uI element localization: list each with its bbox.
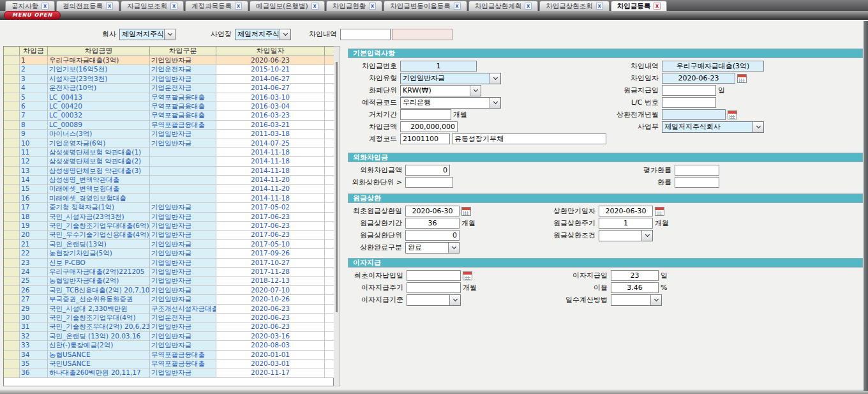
cell-loan-code[interactable]: 34 (20, 351, 48, 360)
fx-amount-field[interactable]: 0 (405, 165, 450, 176)
loan-type-select[interactable]: 기업일반자금 (400, 73, 501, 84)
cell-loan-date[interactable]: 2017-05-10 (216, 240, 325, 249)
cell-loan-name[interactable]: 신보 P-CBO (48, 259, 150, 268)
row-indicator-cell[interactable] (4, 148, 20, 157)
cell-loan-date[interactable]: 2020-06-23 (216, 314, 325, 322)
cell-loan-name[interactable]: 국민_우수기술기업신용대출(4억) (48, 231, 150, 239)
tab[interactable]: 결의전표등록 x (56, 1, 119, 11)
tab-close-icon[interactable]: x (235, 3, 242, 10)
cell-loan-name[interactable]: LC_00089 (48, 121, 150, 130)
cell-loan-name[interactable]: 우리구매자금대출(2억)221205 (48, 268, 150, 277)
row-indicator-cell[interactable] (4, 286, 20, 295)
table-row[interactable]: 10 기업운영자금(6억) 기업일반자금 2014-07-25 (4, 139, 333, 148)
cell-loan-date[interactable]: 2020-08-03 (216, 341, 325, 350)
company-select[interactable]: 제일저지주식회사 (119, 29, 176, 40)
cell-loan-name[interactable]: 기업운영자금(6억) (48, 139, 150, 148)
cell-loan-code[interactable]: 27 (20, 295, 48, 304)
cell-loan-date[interactable]: 2020-06-23 (216, 305, 325, 314)
cell-loan-code[interactable]: 14 (20, 176, 48, 185)
currency-select[interactable]: KRW(₩) (400, 85, 481, 96)
cell-loan-code[interactable]: 5 (20, 93, 48, 102)
deposit-code-select[interactable]: 우리은행 (400, 97, 501, 109)
row-indicator-cell[interactable] (4, 93, 20, 102)
table-scrollbar-thumb[interactable] (336, 62, 338, 312)
row-indicator-cell[interactable] (4, 314, 20, 322)
tab-close-icon[interactable]: x (454, 3, 461, 10)
cell-loan-class[interactable]: 기업일반자금 (150, 130, 216, 139)
exchange-rate-field[interactable] (675, 177, 719, 188)
table-row[interactable]: 21 국민_온랜딩(13억) 기업일반자금 2017-05-10 (4, 240, 333, 249)
cell-loan-class[interactable]: 기업일반자금 (150, 222, 216, 231)
grace-period-field[interactable] (400, 109, 451, 120)
cell-loan-code[interactable]: 29 (20, 305, 48, 314)
cell-loan-code[interactable]: 9 (20, 130, 48, 139)
cell-loan-class[interactable]: 무역포괄금융대출 (150, 102, 216, 111)
cell-loan-code[interactable]: 18 (20, 213, 48, 222)
cell-loan-name[interactable]: 국민_시설대 2,330백만원 (48, 305, 150, 314)
chevron-down-icon[interactable] (490, 98, 500, 108)
cell-loan-class[interactable]: 기업일반자금 (150, 259, 216, 268)
eval-rate-field[interactable] (675, 165, 719, 176)
cell-loan-class[interactable]: 기업일반자금 (150, 368, 216, 377)
table-row[interactable]: 24 우리구매자금대출(2억)221205 기업일반자금 2017-11-28 (4, 268, 333, 277)
row-indicator-cell[interactable] (4, 351, 20, 360)
loan-detail-input-secondary[interactable] (392, 29, 453, 40)
table-row[interactable]: 1 우리구매자금대출(3억) 기업일반자금 2020-06-23 (4, 56, 333, 65)
cell-loan-class[interactable]: 기업일반자금 (150, 249, 216, 258)
row-indicator-cell[interactable] (4, 268, 20, 277)
repay-period-field[interactable]: 36 (405, 218, 460, 229)
tab[interactable]: 차입금상환조회 x (539, 1, 610, 11)
row-indicator-cell[interactable] (4, 176, 20, 185)
cell-loan-code[interactable]: 26 (20, 286, 48, 295)
cell-loan-date[interactable]: 2017-06-23 (216, 213, 325, 222)
cell-loan-date[interactable]: 2014-11-18 (216, 157, 325, 166)
interest-day-field[interactable]: 23 (611, 270, 659, 281)
cell-loan-name[interactable]: 미래에셋_경영인보험대출 (48, 194, 150, 203)
cell-loan-code[interactable]: 15 (20, 185, 48, 193)
interest-cycle-field[interactable] (407, 282, 461, 293)
cell-loan-code[interactable]: 22 (20, 249, 48, 258)
cell-loan-date[interactable]: 2020-03-16 (216, 332, 325, 341)
repay-condition-select[interactable] (599, 230, 653, 241)
tab[interactable]: 차입금상환계획 x (468, 1, 539, 11)
table-row[interactable]: 29 국민_시설대 2,330백만원 구조개선시설자금대출 2020-06-23 (4, 305, 333, 314)
cell-loan-date[interactable]: 2014-07-25 (216, 139, 325, 148)
tab-close-icon[interactable]: x (525, 3, 532, 10)
cell-loan-name[interactable]: LC_00413 (48, 93, 150, 102)
cell-loan-code[interactable]: 21 (20, 240, 48, 249)
cell-loan-code[interactable]: 36 (20, 368, 48, 377)
cell-loan-code[interactable]: 31 (20, 322, 48, 331)
cell-loan-date[interactable]: 2015-10-21 (216, 65, 325, 74)
cell-loan-date[interactable]: 2014-11-18 (216, 167, 325, 176)
cell-loan-name[interactable]: 시설자금(23억3천) (48, 75, 150, 84)
cell-loan-code[interactable]: 13 (20, 167, 48, 176)
row-indicator-cell[interactable] (4, 222, 20, 231)
row-indicator-cell[interactable] (4, 295, 20, 304)
cell-loan-name[interactable]: 국민_기술창조기업우대대출(6억) (48, 222, 150, 231)
cell-loan-name[interactable]: 국민_온랜딩 (13억) 20.03.16 (48, 332, 150, 341)
cell-loan-class[interactable]: 무역포괄금융대출 (150, 351, 216, 360)
cell-loan-class[interactable]: 기업일반자금 (150, 139, 216, 148)
table-row[interactable]: 18 국민_시설자금(23억3천) 기업일반자금 2017-06-23 (4, 213, 333, 222)
row-indicator-cell[interactable] (4, 139, 20, 148)
cell-loan-class[interactable] (150, 176, 216, 185)
cell-loan-date[interactable]: 2020-10-26 (216, 295, 325, 304)
repay-done-select[interactable]: 완료 (405, 242, 460, 254)
cell-loan-code[interactable]: 24 (20, 268, 48, 277)
table-row[interactable]: 35 국민USANCE 무역포괄금융대출 2020-03-01 (4, 360, 333, 368)
cell-loan-code[interactable]: 16 (20, 194, 48, 203)
table-row[interactable]: 33 신한(-)통장예금(2억) 기업일반자금 2020-08-03 (4, 341, 333, 350)
cell-loan-code[interactable]: 4 (20, 84, 48, 93)
table-row[interactable]: 30 국민_기술창조기업우대(4억) 기업운전자금 2020-06-23 (4, 314, 333, 322)
table-row[interactable]: 13 삼성생명단체보험 약관대출(3) 2014-11-18 (4, 167, 333, 176)
table-row[interactable]: 14 삼성생명_변액약관대출 2014-11-20 (4, 176, 333, 185)
cell-loan-name[interactable]: 부국증권_선순위유동화증권 (48, 295, 150, 304)
tab[interactable]: 공지사항 x (5, 1, 55, 11)
cell-loan-code[interactable]: 10 (20, 139, 48, 148)
tab-close-icon[interactable]: x (170, 3, 177, 10)
cell-loan-class[interactable]: 기업운전자금 (150, 314, 216, 322)
chevron-down-icon[interactable] (641, 231, 652, 241)
table-row[interactable]: 25 농협일반자금대출(2억) 기업일반자금 2018-12-13 (4, 277, 333, 285)
cell-loan-date[interactable]: 2014-11-20 (216, 176, 325, 185)
table-row[interactable]: 26 국민_TCB신용대출(2억) 20,7,10 기업일반자금 2020-07… (4, 286, 333, 295)
